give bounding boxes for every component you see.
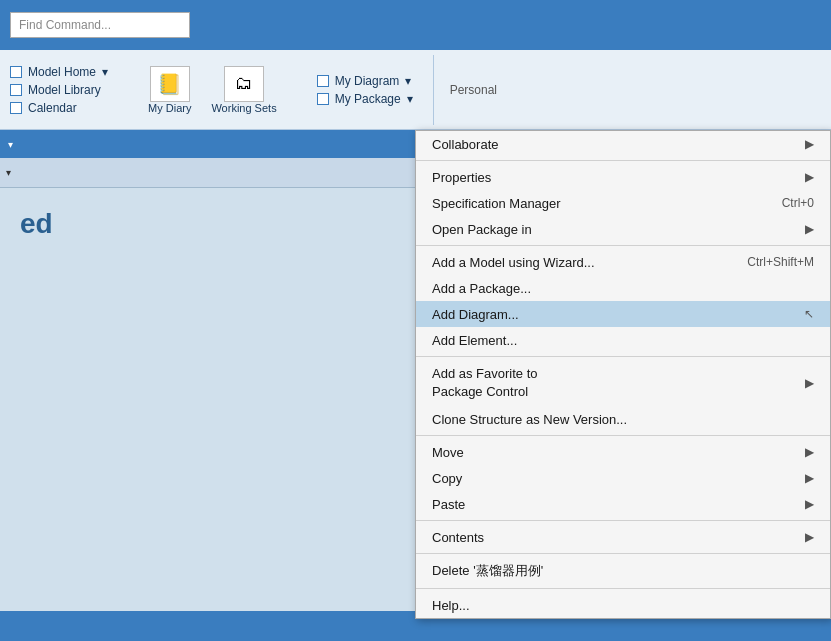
panel-header: ▾ bbox=[0, 130, 415, 158]
delete-label: Delete '蒸馏器用例' bbox=[432, 562, 543, 580]
separator-1 bbox=[416, 160, 830, 161]
working-sets-section: 🗂 Working Sets bbox=[211, 66, 276, 114]
menu-item-delete[interactable]: Delete '蒸馏器用例' bbox=[416, 557, 830, 585]
menu-item-clone-structure[interactable]: Clone Structure as New Version... bbox=[416, 406, 830, 432]
separator-4 bbox=[416, 435, 830, 436]
properties-label: Properties bbox=[432, 170, 491, 185]
diagram-package-links: My Diagram ▾ My Package ▾ bbox=[317, 74, 413, 106]
specification-manager-shortcut: Ctrl+0 bbox=[782, 196, 814, 210]
collaborate-label: Collaborate bbox=[432, 137, 499, 152]
model-library-item[interactable]: Model Library bbox=[10, 83, 108, 97]
help-label: Help... bbox=[432, 598, 470, 613]
model-home-arrow: ▾ bbox=[102, 65, 108, 79]
model-library-label: Model Library bbox=[28, 83, 101, 97]
move-arrow-icon: ▶ bbox=[805, 445, 814, 459]
separator-7 bbox=[416, 588, 830, 589]
menu-item-add-model-wizard[interactable]: Add a Model using Wizard... Ctrl+Shift+M bbox=[416, 249, 830, 275]
separator-3 bbox=[416, 356, 830, 357]
add-diagram-label: Add Diagram... bbox=[432, 307, 519, 322]
menu-item-move[interactable]: Move ▶ bbox=[416, 439, 830, 465]
contents-label: Contents bbox=[432, 530, 484, 545]
secondary-ribbon: Model Home ▾ Model Library Calendar 📒 My… bbox=[0, 50, 831, 130]
main-area: ▾ ▾ ed Collaborate ▶ Properties ▶ Specif… bbox=[0, 130, 831, 611]
menu-item-add-element[interactable]: Add Element... bbox=[416, 327, 830, 353]
separator-5 bbox=[416, 520, 830, 521]
my-package-arrow: ▾ bbox=[407, 92, 413, 106]
menu-item-add-package[interactable]: Add a Package... bbox=[416, 275, 830, 301]
panel-text: ed bbox=[20, 208, 53, 239]
contents-arrow-icon: ▶ bbox=[805, 530, 814, 544]
menu-item-open-package-in[interactable]: Open Package in ▶ bbox=[416, 216, 830, 242]
menu-item-help[interactable]: Help... bbox=[416, 592, 830, 618]
add-model-wizard-label: Add a Model using Wizard... bbox=[432, 255, 595, 270]
my-package-label: My Package bbox=[335, 92, 401, 106]
add-favorite-line1: Add as Favorite to bbox=[432, 365, 538, 383]
add-package-label: Add a Package... bbox=[432, 281, 531, 296]
top-ribbon: Find Command... bbox=[0, 0, 831, 50]
nav-links-left: Model Home ▾ Model Library Calendar bbox=[10, 65, 108, 115]
my-diagram-icon bbox=[317, 75, 329, 87]
sub-header: ▾ bbox=[0, 158, 415, 188]
my-package-icon bbox=[317, 93, 329, 105]
model-home-icon bbox=[10, 66, 22, 78]
working-sets-label: Working Sets bbox=[211, 102, 276, 114]
paste-label: Paste bbox=[432, 497, 465, 512]
add-favorite-arrow-icon: ▶ bbox=[805, 376, 814, 390]
add-element-label: Add Element... bbox=[432, 333, 517, 348]
menu-item-specification-manager[interactable]: Specification Manager Ctrl+0 bbox=[416, 190, 830, 216]
menu-item-contents[interactable]: Contents ▶ bbox=[416, 524, 830, 550]
my-diagram-label: My Diagram bbox=[335, 74, 400, 88]
clone-structure-label: Clone Structure as New Version... bbox=[432, 412, 627, 427]
specification-manager-label: Specification Manager bbox=[432, 196, 561, 211]
dropdown-arrow-icon: ▾ bbox=[8, 139, 13, 150]
properties-arrow-icon: ▶ bbox=[805, 170, 814, 184]
personal-section: Personal bbox=[433, 55, 497, 125]
diary-label: My Diary bbox=[148, 102, 191, 114]
cursor-icon: ↖ bbox=[804, 307, 814, 321]
open-package-in-label: Open Package in bbox=[432, 222, 532, 237]
menu-item-collaborate[interactable]: Collaborate ▶ bbox=[416, 131, 830, 157]
paste-arrow-icon: ▶ bbox=[805, 497, 814, 511]
my-diary-section: 📒 My Diary bbox=[148, 66, 191, 114]
add-model-wizard-shortcut: Ctrl+Shift+M bbox=[747, 255, 814, 269]
open-package-in-arrow-icon: ▶ bbox=[805, 222, 814, 236]
add-favorite-group: Add as Favorite to Package Control bbox=[432, 365, 538, 401]
dropdown-arrow2-icon: ▾ bbox=[6, 167, 11, 178]
calendar-item[interactable]: Calendar bbox=[10, 101, 108, 115]
separator-2 bbox=[416, 245, 830, 246]
personal-label: Personal bbox=[450, 83, 497, 97]
menu-item-add-favorite-to[interactable]: Add as Favorite to Package Control ▶ bbox=[416, 360, 830, 406]
menu-item-properties[interactable]: Properties ▶ bbox=[416, 164, 830, 190]
find-command-placeholder: Find Command... bbox=[19, 18, 111, 32]
model-library-icon bbox=[10, 84, 22, 96]
copy-label: Copy bbox=[432, 471, 462, 486]
left-panel: ▾ ▾ ed bbox=[0, 130, 415, 611]
add-favorite-line2: Package Control bbox=[432, 383, 538, 401]
calendar-label: Calendar bbox=[28, 101, 77, 115]
move-label: Move bbox=[432, 445, 464, 460]
menu-item-paste[interactable]: Paste ▶ bbox=[416, 491, 830, 517]
panel-content: ed bbox=[0, 188, 415, 260]
my-package-item[interactable]: My Package ▾ bbox=[317, 92, 413, 106]
working-sets-icon: 🗂 bbox=[224, 66, 264, 102]
diary-icon: 📒 bbox=[150, 66, 190, 102]
my-diagram-arrow: ▾ bbox=[405, 74, 411, 88]
my-diagram-item[interactable]: My Diagram ▾ bbox=[317, 74, 413, 88]
model-home-item[interactable]: Model Home ▾ bbox=[10, 65, 108, 79]
find-command-input[interactable]: Find Command... bbox=[10, 12, 190, 38]
context-menu: Collaborate ▶ Properties ▶ Specification… bbox=[415, 130, 831, 619]
menu-item-copy[interactable]: Copy ▶ bbox=[416, 465, 830, 491]
menu-item-add-diagram[interactable]: Add Diagram... ↖ bbox=[416, 301, 830, 327]
collaborate-arrow-icon: ▶ bbox=[805, 137, 814, 151]
calendar-icon bbox=[10, 102, 22, 114]
copy-arrow-icon: ▶ bbox=[805, 471, 814, 485]
separator-6 bbox=[416, 553, 830, 554]
model-home-label: Model Home bbox=[28, 65, 96, 79]
